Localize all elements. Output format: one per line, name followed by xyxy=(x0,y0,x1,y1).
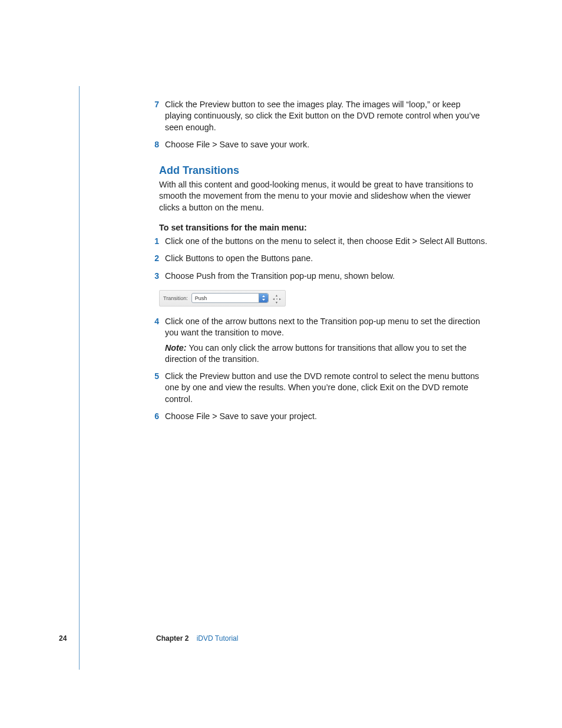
step-body: Choose Push from the Transition pop-up m… xyxy=(165,271,489,282)
transition-label: Transition: xyxy=(163,295,188,301)
step-text: Click one of the arrow buttons next to t… xyxy=(165,316,489,339)
step-text: Click the Preview button to see the imag… xyxy=(165,99,489,133)
step-number: 2 xyxy=(146,253,165,264)
transition-dropdown[interactable]: Push xyxy=(191,293,269,303)
note-label: Note: xyxy=(165,343,189,353)
step-number: 3 xyxy=(146,271,165,282)
page-number: 24 xyxy=(59,634,67,643)
footer-rule xyxy=(79,86,80,670)
section-heading: Add Transitions xyxy=(159,164,489,177)
numbered-step: 6Choose File > Save to save your project… xyxy=(146,411,489,422)
step-number: 8 xyxy=(146,139,165,150)
step-number: 7 xyxy=(146,99,165,133)
step-text: Choose File > Save to save your work. xyxy=(165,139,489,150)
transition-popup-figure: Transition: Push ▴ ◂•▸ ▾ xyxy=(159,290,286,307)
numbered-step: 3Choose Push from the Transition pop-up … xyxy=(146,271,489,282)
step-body: Choose File > Save to save your project. xyxy=(165,411,489,422)
chapter-title: iDVD Tutorial xyxy=(197,634,239,643)
page-content: 7Click the Preview button to see the ima… xyxy=(146,99,489,428)
step-body: Click Buttons to open the Buttons pane. xyxy=(165,253,489,264)
step-text: Click one of the buttons on the menu to … xyxy=(165,236,489,247)
step-number: 4 xyxy=(146,316,165,365)
step-body: Click one of the buttons on the menu to … xyxy=(165,236,489,247)
step-number: 1 xyxy=(146,236,165,247)
step-number: 6 xyxy=(146,411,165,422)
numbered-step: 2Click Buttons to open the Buttons pane. xyxy=(146,253,489,264)
task-intro: To set transitions for the main menu: xyxy=(159,223,489,232)
step-text: Choose File > Save to save your project. xyxy=(165,411,489,422)
step-body: Click one of the arrow buttons next to t… xyxy=(165,316,489,365)
step-text: Choose Push from the Transition pop-up m… xyxy=(165,271,489,282)
step-text: Click the Preview button and use the DVD… xyxy=(165,371,489,405)
transition-dropdown-value: Push xyxy=(195,295,207,301)
step-body: Choose File > Save to save your work. xyxy=(165,139,489,150)
document-page: 7Click the Preview button to see the ima… xyxy=(0,0,562,728)
step-text: Note: You can only click the arrow butto… xyxy=(165,342,489,365)
numbered-step: 8Choose File > Save to save your work. xyxy=(146,139,489,150)
step-number: 5 xyxy=(146,371,165,405)
step-body: Click the Preview button and use the DVD… xyxy=(165,371,489,405)
chapter-label: Chapter 2 xyxy=(156,634,189,643)
numbered-step: 4Click one of the arrow buttons next to … xyxy=(146,316,489,365)
dropdown-caret-icon xyxy=(259,294,268,302)
numbered-step: 1Click one of the buttons on the menu to… xyxy=(146,236,489,247)
numbered-step: 7Click the Preview button to see the ima… xyxy=(146,99,489,133)
numbered-step: 5Click the Preview button and use the DV… xyxy=(146,371,489,405)
step-body: Click the Preview button to see the imag… xyxy=(165,99,489,133)
step-text: Click Buttons to open the Buttons pane. xyxy=(165,253,489,264)
chapter-ref: Chapter 2 iDVD Tutorial xyxy=(156,634,238,643)
page-footer: 24 Chapter 2 iDVD Tutorial xyxy=(59,634,507,676)
direction-arrows-icon[interactable]: ▴ ◂•▸ ▾ xyxy=(272,294,282,303)
section-intro: With all this content and good-looking m… xyxy=(159,179,489,213)
